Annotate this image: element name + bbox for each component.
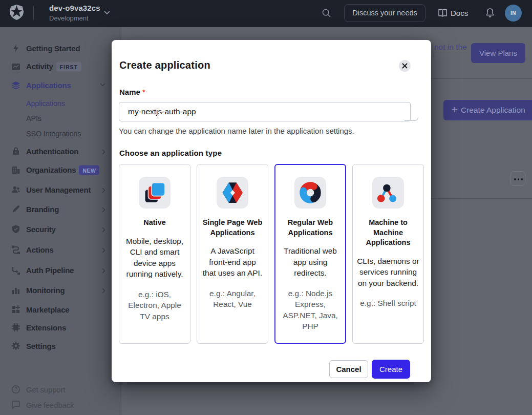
svg-text:?: ? <box>14 386 17 392</box>
